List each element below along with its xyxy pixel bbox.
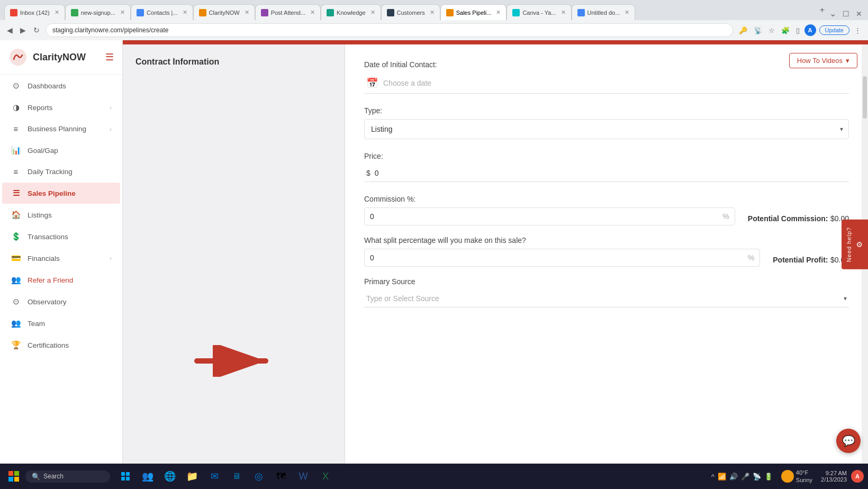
sidebar-item-daily-tracking[interactable]: ≡ Daily Tracking (2, 161, 120, 182)
sidebar-item-observatory[interactable]: ⊙ Observatory (2, 291, 120, 312)
taskbar-app-teams[interactable]: 👥 (138, 466, 158, 486)
svg-rect-5 (8, 477, 13, 482)
taskbar-app-excel[interactable]: X (315, 466, 336, 486)
browser-tab-signup[interactable]: new-signup... ✕ (65, 4, 131, 20)
scrollbar-thumb[interactable] (863, 76, 867, 119)
taskbar-app-edge[interactable]: 🌐 (160, 466, 180, 486)
taskbar-sound-icon[interactable]: 🔊 (729, 473, 738, 481)
sidebar-item-sales-pipeline[interactable]: ☰ Sales Pipeline (2, 183, 120, 204)
sidebar-item-transactions[interactable]: 💲 Transactions (2, 226, 120, 247)
taskbar-app-explorer[interactable]: 📁 (182, 466, 202, 486)
chat-button[interactable]: 💬 (836, 429, 861, 453)
sidebar-item-financials[interactable]: 💳 Financials › (2, 248, 120, 269)
svg-rect-7 (121, 472, 125, 476)
windows-start-button[interactable] (4, 467, 23, 486)
taskbar-wifi-icon[interactable]: 📡 (753, 473, 761, 481)
more-options-icon[interactable]: ⋮ (853, 25, 863, 36)
tab-close-signup[interactable]: ✕ (120, 9, 125, 16)
nav-label-certifications: Certifications (28, 341, 112, 349)
price-input[interactable] (375, 169, 847, 177)
sidebar-item-reports[interactable]: ◑ Reports › (2, 97, 120, 118)
address-bar[interactable]: staging.claritynowre.com/pipelines/creat… (46, 23, 733, 37)
taskbar-network-icon[interactable]: 📶 (718, 473, 726, 481)
taskbar-app-maps[interactable]: 🗺 (271, 466, 291, 486)
tab-close-customers[interactable]: ✕ (430, 9, 435, 16)
how-to-videos-button[interactable]: How To Videos ▾ (789, 53, 857, 68)
taskbar-mic-icon[interactable]: 🎤 (741, 473, 749, 481)
key-icon[interactable]: 🔑 (737, 25, 749, 36)
taskbar-app-copilot[interactable]: ◎ (249, 466, 269, 486)
browser-tab-gmail[interactable]: Inbox (142) ✕ (4, 4, 65, 20)
taskbar-app-word[interactable]: W (293, 466, 313, 486)
profile-avatar[interactable]: A (804, 24, 816, 36)
browser-tab-postattend[interactable]: Post Attend... ✕ (255, 4, 321, 20)
tab-close-untitled[interactable]: ✕ (625, 9, 629, 16)
taskbar-battery-icon[interactable]: 🔋 (764, 473, 773, 481)
date-field-group: Date of Initial Contact: 📅 Choose a date (364, 60, 849, 94)
tab-restore-button[interactable]: ☐ (841, 8, 851, 20)
tab-close-salespipe[interactable]: ✕ (496, 9, 501, 16)
commission-input[interactable] (370, 212, 722, 221)
taskbar-app-mail[interactable]: ✉ (204, 466, 224, 486)
reload-button[interactable]: ↻ (32, 24, 41, 36)
taskbar-search-bar[interactable]: 🔍 Search (25, 470, 110, 483)
logo-icon (8, 48, 28, 67)
nav-icon-listings: 🏠 (11, 210, 21, 220)
taskbar-user-profile[interactable]: A (851, 470, 864, 483)
source-select-wrapper[interactable]: Type or Select Source ▾ (364, 290, 849, 307)
sidebar-toggle-icon[interactable]: ▯ (794, 25, 801, 36)
browser-tab-untitled[interactable]: Untitled do... ✕ (572, 4, 636, 20)
update-button[interactable]: Update (819, 25, 849, 35)
contract-info-title: Contract Information (135, 57, 332, 67)
sidebar-item-certifications[interactable]: 🏆 Certifications (2, 334, 120, 356)
browser-tab-canva[interactable]: Canva - Ya... ✕ (507, 4, 571, 20)
type-field-group: Type: Listing ▾ (364, 106, 849, 139)
browser-tab-salespipe[interactable]: Sales Pipeli... ✕ (440, 4, 507, 20)
back-button[interactable]: ◀ (5, 24, 14, 36)
tab-title-postattend: Post Attend... (271, 10, 305, 16)
taskbar-app-widgets[interactable] (115, 466, 135, 486)
tab-close-contacts[interactable]: ✕ (183, 9, 187, 16)
sidebar-item-business-planning[interactable]: ≡ Business Planning › (2, 119, 120, 139)
browser-tab-customers[interactable]: Customers ✕ (381, 4, 440, 20)
tab-favicon-customers (387, 9, 394, 16)
forward-button[interactable]: ▶ (19, 24, 28, 36)
taskbar: 🔍 Search 👥 🌐 📁 ✉ 🖥 ◎ 🗺 W X (0, 464, 868, 489)
tab-close-claritynow[interactable]: ✕ (245, 9, 249, 16)
nav-label-team: Team (28, 320, 112, 328)
taskbar-app-dell[interactable]: 🖥 (227, 466, 247, 486)
star-icon[interactable]: ☆ (767, 25, 776, 36)
type-label: Type: (364, 106, 849, 115)
tab-favicon-postattend (261, 9, 268, 16)
hamburger-icon[interactable]: ☰ (105, 51, 114, 63)
tab-title-signup: new-signup... (81, 10, 115, 16)
sidebar-item-dashboards[interactable]: ⊙ Dashboards (2, 75, 120, 96)
browser-tab-claritynow[interactable]: ClarityNOW ✕ (193, 4, 255, 20)
split-label: What split percentage will you make on t… (364, 236, 760, 245)
tab-close-gmail[interactable]: ✕ (55, 9, 59, 16)
tab-title-canva: Canva - Ya... (522, 10, 556, 16)
tab-close-button[interactable]: ✕ (854, 8, 864, 20)
type-select[interactable]: Listing (365, 120, 848, 139)
need-help-button[interactable]: Need help? ⚙ (842, 220, 868, 269)
browser-tab-contacts[interactable]: Contacts |... ✕ (131, 4, 193, 20)
tab-minimize-button[interactable]: ⌄ (828, 7, 838, 20)
cast-icon[interactable]: 📡 (752, 25, 764, 36)
date-input[interactable]: 📅 Choose a date (364, 73, 849, 94)
tab-close-knowledge[interactable]: ✕ (370, 9, 375, 16)
extensions-icon[interactable]: 🧩 (780, 25, 791, 36)
sidebar-item-refer[interactable]: 👥 Refer a Friend (2, 269, 120, 291)
sidebar-item-listings[interactable]: 🏠 Listings (2, 204, 120, 225)
tab-favicon-contacts (137, 9, 144, 16)
new-tab-button[interactable]: + (817, 5, 828, 15)
sidebar-item-team[interactable]: 👥 Team (2, 313, 120, 334)
nav-icon-business-planning: ≡ (11, 124, 21, 133)
browser-tab-knowledge[interactable]: Knowledge ✕ (321, 4, 381, 20)
nav-icon-certifications: 🏆 (11, 340, 21, 350)
sidebar-item-goal-gap[interactable]: 📊 Goal/Gap (2, 140, 120, 161)
split-input[interactable] (370, 253, 748, 262)
taskbar-chevron-icon[interactable]: ^ (711, 473, 715, 481)
tab-close-canva[interactable]: ✕ (561, 9, 566, 16)
taskbar-search-text: Search (43, 473, 64, 480)
tab-close-postattend[interactable]: ✕ (310, 9, 315, 16)
